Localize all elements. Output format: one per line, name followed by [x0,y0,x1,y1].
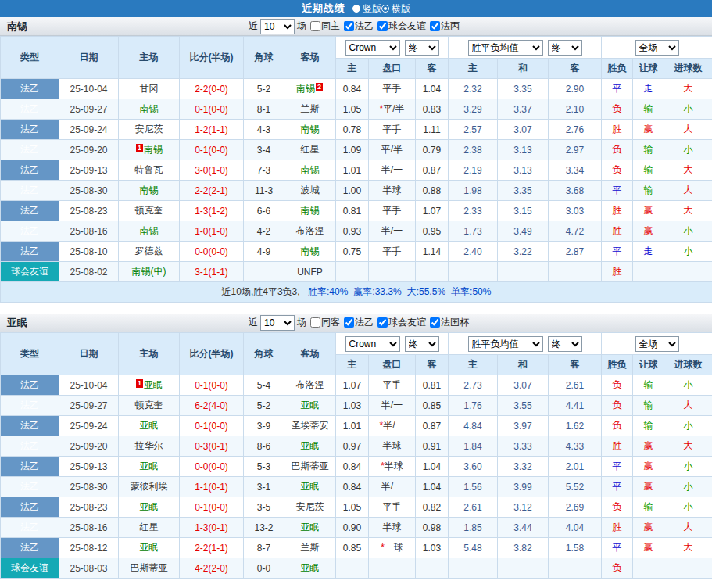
away-odds-cell: 0.82 [416,497,449,518]
match-type-cell: 法乙 [1,436,59,457]
scope-select[interactable]: 全场 [635,40,679,56]
layout-radio-vertical[interactable]: 竖版 [352,2,381,16]
layout-radio-horizontal[interactable]: 横版 [381,2,410,16]
team-section: 亚眠近10场同客法乙球会友谊法国杯类型日期主场比分(半场)角球客场Crown终胜… [0,314,712,579]
filter-checkbox[interactable] [344,21,354,31]
corners-cell: 4-3 [244,120,284,140]
handicap-line-cell: 平/半 [369,140,416,160]
home-team-cell: 罗德兹 [119,242,180,262]
away-odds-cell: 0.98 [416,518,449,538]
match-date-cell: 25-08-30 [59,181,119,201]
scope-select-cell: 全场 [602,333,712,355]
match-row: 法乙25-08-30蒙彼利埃1-1(0-1)3-1亚眠0.84半/一1.041.… [1,477,712,497]
match-count-select[interactable]: 10 [260,315,295,331]
match-date-cell: 25-08-10 [59,242,119,262]
avg-type-select[interactable]: 胜平负均值 [468,336,543,352]
corners-cell: 5-2 [244,396,284,416]
away-odds-cell: 1.07 [416,201,449,221]
avg-away-cell: 4.72 [549,221,602,242]
home-team-cell: 亚眠 [119,457,180,477]
match-date-cell: 25-09-27 [59,396,119,416]
column-subheader: 主 [336,355,369,375]
lowered-odds-star: * [381,461,385,471]
filter-checkbox-item[interactable]: 法乙 [344,20,374,33]
filter-checkbox-item[interactable]: 同客 [310,316,340,329]
results-table: 类型日期主场比分(半场)角球客场Crown终胜平负均值终全场主盘口客主和客胜负让… [0,36,712,303]
handicap-line-cell: 平手 [369,497,416,518]
filter-checkbox-item[interactable]: 同主 [310,20,340,33]
avg-home-cell: 1.85 [449,518,498,538]
home-team-name: 顿克奎 [135,400,163,411]
handicap-result-cell: 输 [633,160,664,181]
match-row: 法乙25-09-27顿克奎6-2(4-0)5-2亚眠1.03半/一0.851.7… [1,396,712,416]
filter-checkbox[interactable] [310,317,320,328]
score-cell: 3-0(1-0) [180,160,244,181]
away-team-cell: 巴斯蒂亚 [284,457,336,477]
away-odds-cell: 1.04 [416,79,449,99]
odds-company-select[interactable]: Crown [345,336,400,352]
lowered-odds-star: * [379,103,383,114]
filter-checkbox[interactable] [310,21,320,31]
avg-away-cell [549,262,602,282]
odds-select-cell: Crown终 [336,37,449,59]
score-cell: 0-1(0-0) [180,140,244,160]
match-type-cell: 法乙 [1,518,59,538]
handicap-result-cell: 输 [633,396,664,416]
odds-company-select[interactable]: Crown [345,40,400,56]
column-subheader: 客 [549,59,602,79]
near-label: 近 [249,20,258,33]
avg-type-select[interactable]: 胜平负均值 [468,40,543,56]
result-cell: 平 [602,181,633,201]
home-odds-cell: 1.05 [336,497,369,518]
away-team-name: 南锡 [301,124,320,134]
filter-checkbox-item[interactable]: 法国杯 [430,316,469,329]
column-header: 主场 [119,37,180,79]
avg-stage-select[interactable]: 终 [548,40,582,56]
home-team-cell: 顿克奎 [119,396,180,416]
odds-stage-select[interactable]: 终 [405,336,439,352]
filter-checkbox[interactable] [430,317,440,328]
home-team-name: 亚眠 [140,420,159,431]
result-cell: 负 [602,416,633,436]
scope-select[interactable]: 全场 [635,336,679,352]
column-subheader: 让球 [633,59,664,79]
avg-stage-select[interactable]: 终 [548,336,582,352]
match-type-cell: 法乙 [1,181,59,201]
avg-draw-cell: 3.13 [498,160,549,181]
filter-checkbox[interactable] [377,21,388,31]
home-odds-cell: 1.09 [336,140,369,160]
away-odds-cell: 1.04 [416,457,449,477]
goals-result-cell: 大 [664,396,712,416]
match-row: 法乙25-08-10罗德兹0-0(0-0)4-9南锡0.75平手1.142.40… [1,242,712,262]
handicap-result-cell: 输 [633,99,664,120]
filter-checkbox-item[interactable]: 球会友谊 [377,316,426,329]
handicap-line-cell: *一球 [369,538,416,558]
filter-checkbox[interactable] [344,317,354,328]
avg-away-cell: 2.97 [549,140,602,160]
checkbox-label: 同主 [321,20,340,33]
filter-checkbox-item[interactable]: 法乙 [344,316,374,329]
avg-home-cell: 1.56 [449,477,498,497]
page-title: 近期战绩 [302,2,345,16]
column-header: 比分(半场) [180,37,244,79]
home-team-name: 特鲁瓦 [135,164,163,175]
home-team-cell: 南锡 [119,181,180,201]
avg-select-cell: 胜平负均值终 [449,333,602,355]
filter-checkbox-item[interactable]: 球会友谊 [377,20,426,33]
column-subheader: 主 [449,355,498,375]
filter-checkbox[interactable] [377,317,388,328]
column-header: 比分(半场) [180,333,244,375]
goals-result-cell: 大 [664,436,712,457]
filter-checkbox-item[interactable]: 法丙 [430,20,460,33]
result-cell: 负 [602,375,633,396]
checkbox-label: 法国杯 [441,316,469,329]
result-cell: 负 [602,99,633,120]
match-date-cell: 25-08-02 [59,262,119,282]
avg-draw-cell: 3.44 [498,518,549,538]
away-team-cell: 亚眠 [284,518,336,538]
filter-checkbox[interactable] [430,21,440,31]
match-count-select[interactable]: 10 [260,19,295,34]
handicap-result-cell: 输 [633,140,664,160]
home-odds-cell [336,262,369,282]
odds-stage-select[interactable]: 终 [405,40,439,56]
